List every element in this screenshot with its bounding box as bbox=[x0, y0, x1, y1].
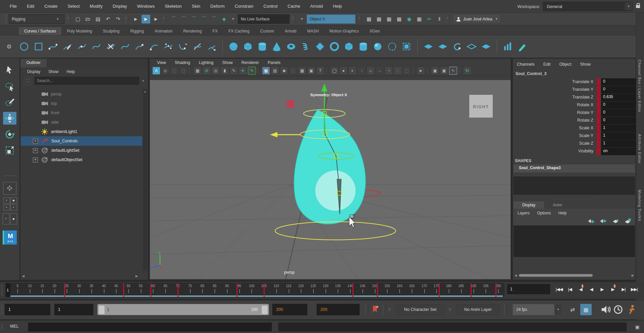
panel-splitter[interactable]: ···························· bbox=[513, 197, 636, 201]
polygon-helix-icon[interactable] bbox=[301, 42, 311, 52]
fps-select[interactable]: 24 fps ▼ bbox=[513, 304, 562, 315]
tab-attribute-editor[interactable]: Attribute Editor bbox=[638, 134, 642, 164]
render-current-frame-icon[interactable]: ▦ bbox=[365, 15, 373, 23]
shelf-tab-animation[interactable]: Animation bbox=[149, 27, 178, 35]
menu-help[interactable]: Help bbox=[328, 4, 347, 9]
range-start-handle[interactable] bbox=[98, 305, 105, 315]
channel-value-field[interactable]: 1 bbox=[601, 132, 637, 140]
filter-icon[interactable]: ⛶ bbox=[24, 77, 32, 85]
snap-to-view-plane-icon[interactable]: ⌒ bbox=[210, 15, 218, 23]
playback-loop-icon[interactable]: ⇄ bbox=[567, 304, 578, 315]
current-time-marker[interactable]: 1 bbox=[5, 283, 10, 297]
anti-alias-icon[interactable]: ◌ bbox=[394, 67, 402, 75]
group-separator[interactable] bbox=[67, 15, 70, 23]
outliner-menu-show[interactable]: Show bbox=[48, 69, 58, 74]
paint-tool-icon[interactable]: ✎ bbox=[230, 67, 238, 75]
resolution-gate-icon[interactable]: ◙ bbox=[280, 67, 288, 75]
offset-curve-icon[interactable] bbox=[192, 42, 202, 52]
safe-action-icon[interactable]: ▣ bbox=[307, 67, 315, 75]
lock-icon[interactable] bbox=[636, 5, 640, 8]
layout-pane-button[interactable]: + bbox=[3, 204, 10, 210]
curve-pencil-icon[interactable] bbox=[517, 42, 527, 52]
timeline-ruler[interactable]: 5101520253035404550556065707580859095100… bbox=[5, 283, 504, 297]
chevron-down-icon[interactable]: ▽ bbox=[449, 308, 451, 311]
scroll-up-icon[interactable]: ▲ bbox=[143, 89, 147, 94]
workspace-select[interactable]: General ▼ bbox=[543, 2, 633, 11]
new-layer-from-selected-icon[interactable] bbox=[624, 218, 632, 224]
menu-constrain[interactable]: Constrain bbox=[230, 4, 259, 9]
lighting-icon[interactable]: ☼ bbox=[367, 67, 375, 75]
layout-pane-button[interactable]: + bbox=[10, 204, 17, 210]
nurbs-to-poly-icon[interactable] bbox=[423, 42, 433, 52]
keyframe-marker[interactable] bbox=[123, 283, 124, 297]
channel-box-menu-edit[interactable]: Edit bbox=[543, 62, 551, 67]
script-editor-icon[interactable]: ▣ bbox=[633, 323, 641, 331]
menu-arnold[interactable]: Arnold bbox=[305, 4, 328, 9]
menu-create[interactable]: Create bbox=[39, 4, 62, 9]
expand-icon[interactable]: + bbox=[33, 157, 38, 162]
viewport-menu-renderer[interactable]: Renderer bbox=[238, 60, 262, 65]
layout-pane-button[interactable]: + bbox=[3, 197, 10, 203]
sync-playback-icon[interactable] bbox=[612, 304, 624, 315]
select-tool[interactable] bbox=[3, 64, 16, 76]
root-control-ring[interactable] bbox=[275, 222, 396, 240]
menu-edit[interactable]: Edit bbox=[22, 4, 39, 9]
polygon-cone-icon[interactable] bbox=[272, 42, 282, 52]
transform-icon[interactable]: ✛ bbox=[239, 67, 247, 75]
paint-select-tool[interactable] bbox=[3, 96, 16, 109]
scroll-right-icon[interactable]: ▶ bbox=[631, 273, 635, 278]
exposure-icon[interactable]: ▢ bbox=[403, 67, 411, 75]
set-key-icon[interactable] bbox=[370, 304, 381, 315]
keyframe-marker[interactable] bbox=[377, 283, 378, 297]
group-separator[interactable] bbox=[447, 15, 450, 23]
evaluation-toolkit-icon[interactable] bbox=[626, 304, 637, 315]
drag-grip[interactable] bbox=[1, 324, 3, 330]
render-sequence-icon[interactable]: ▦ bbox=[385, 15, 393, 23]
channel-box-object-name[interactable]: Soul_Control_3 bbox=[513, 69, 636, 78]
step-back-frame-button[interactable]: |◀ bbox=[565, 283, 575, 295]
polygon-torus-icon[interactable] bbox=[286, 42, 296, 52]
frame-selection-icon[interactable]: ▣ bbox=[440, 67, 448, 75]
shelf-tab-rendering[interactable]: Rendering bbox=[178, 27, 207, 35]
polygon-cylinder-icon[interactable] bbox=[257, 42, 267, 52]
shadows-icon[interactable]: ◒ bbox=[376, 67, 384, 75]
step-back-key-button[interactable]: ◀ bbox=[576, 283, 586, 295]
frame-all-icon[interactable]: ▣ bbox=[431, 67, 439, 75]
select-component-icon[interactable]: ► bbox=[152, 15, 160, 23]
textured-icon[interactable]: ◐ bbox=[348, 67, 357, 75]
polygon-pipe-icon[interactable] bbox=[329, 42, 339, 52]
outliner-item-defaultObjectSet[interactable]: +defaultObjectSet bbox=[21, 155, 142, 164]
lock-camera-icon[interactable]: ⊙ bbox=[203, 67, 211, 75]
layout-split-button[interactable]: + bbox=[3, 213, 9, 224]
outliner-vertical-scrollbar[interactable]: ▲ bbox=[143, 89, 147, 270]
nurbs-circle-icon[interactable] bbox=[19, 42, 29, 52]
outliner-item-top[interactable]: top bbox=[21, 99, 142, 108]
outliner-item-ambientLight1[interactable]: ambientLight1 bbox=[21, 127, 142, 136]
channel-value-field[interactable]: 0 bbox=[601, 109, 637, 117]
move-tool[interactable] bbox=[3, 112, 16, 125]
select-object-icon[interactable]: ► bbox=[142, 15, 150, 23]
scroll-right-icon[interactable]: ▶ bbox=[135, 274, 139, 278]
scroll-left-icon[interactable]: ◀ bbox=[21, 274, 25, 278]
channel-value-field[interactable]: 0 bbox=[601, 102, 637, 109]
grease-pencil-icon[interactable]: ▢ bbox=[170, 67, 178, 75]
poly-edit-b-icon[interactable] bbox=[452, 42, 462, 52]
undo-icon[interactable]: ↶ bbox=[104, 15, 112, 23]
shelf-tab-poly-modeling[interactable]: Poly Modeling bbox=[61, 27, 97, 35]
outliner-item-defaultLightSet[interactable]: +defaultLightSet bbox=[21, 146, 142, 155]
channel-box-menu-object[interactable]: Object bbox=[559, 62, 571, 67]
nurbs-square-icon[interactable] bbox=[34, 42, 44, 52]
orientation-cube[interactable]: RIGHT bbox=[469, 95, 493, 118]
attach-curves-icon[interactable] bbox=[120, 42, 130, 52]
menu-deform[interactable]: Deform bbox=[205, 4, 230, 9]
keyframe-marker[interactable] bbox=[236, 283, 237, 297]
lasso-tool[interactable] bbox=[3, 80, 16, 92]
menu-control[interactable]: Control bbox=[258, 4, 282, 9]
channel-box-menu-show[interactable]: Show bbox=[580, 62, 591, 67]
drag-grip[interactable] bbox=[1, 285, 3, 296]
shape-channels-area[interactable] bbox=[514, 177, 635, 195]
layer-editor-menu-options[interactable]: Options bbox=[537, 211, 551, 215]
command-input[interactable] bbox=[28, 323, 272, 331]
viewport-menu-shading[interactable]: Shading bbox=[171, 60, 194, 65]
tab-modeling-toolkit[interactable]: Modeling Toolkit bbox=[638, 190, 642, 221]
